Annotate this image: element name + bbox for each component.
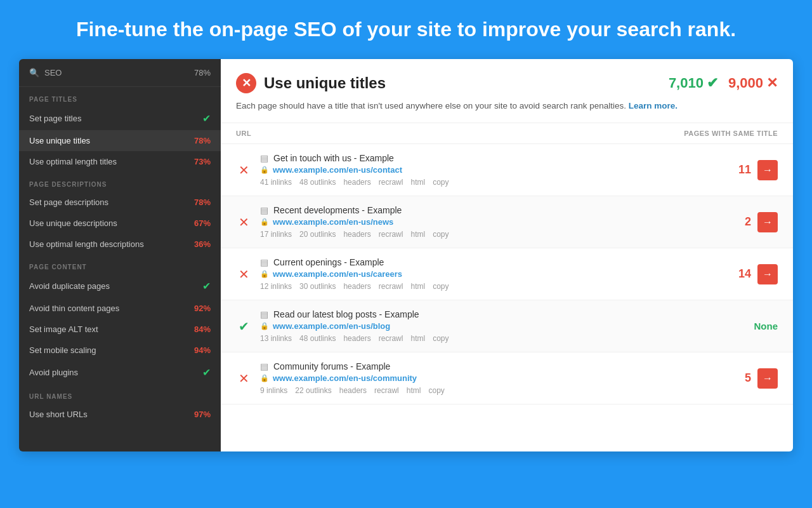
sidebar-item-avoid-thin-content[interactable]: Avoid thin content pages 92% <box>19 298 221 319</box>
sidebar-search-row: 🔍 SEO 78% <box>19 59 221 87</box>
row-status-fail-icon: ✕ <box>236 163 251 178</box>
row-arrow-button[interactable]: → <box>757 264 778 284</box>
sidebar-item-set-image-alt[interactable]: Set image ALT text 84% <box>19 319 221 340</box>
sidebar-item-use-short-urls[interactable]: Use short URLs 97% <box>19 404 221 425</box>
sidebar-item-avoid-plugins[interactable]: Avoid plugins ✔ <box>19 361 221 384</box>
hero-title: Fine-tune the on-page SEO of your site t… <box>13 18 799 41</box>
sidebar-item-set-page-titles[interactable]: Set page titles ✔ <box>19 107 221 130</box>
lock-icon: 🔒 <box>260 166 269 174</box>
row-url[interactable]: www.example.com/en-us/blog <box>273 321 390 331</box>
headers-link[interactable]: headers <box>339 386 367 395</box>
row-count: 2 <box>745 215 751 229</box>
page-title: Use unique titles <box>264 74 386 92</box>
copy-link[interactable]: copy <box>433 230 449 239</box>
section-label-page-titles: PAGE TITLES <box>19 87 221 107</box>
row-status-fail-icon: ✕ <box>236 267 251 282</box>
headers-link[interactable]: headers <box>343 334 370 343</box>
col-pages: PAGES WITH SAME TITLE <box>684 130 778 137</box>
sidebar-item-use-optimal-length-descriptions[interactable]: Use optimal length descriptions 36% <box>19 234 221 255</box>
page-description: Each page should have a title that isn't… <box>236 100 778 112</box>
recrawl-link[interactable]: recrawl <box>379 282 403 291</box>
html-link[interactable]: html <box>410 282 425 291</box>
score-pass: 7,010 ✔ <box>669 75 718 91</box>
sidebar-item-set-mobile-scaling[interactable]: Set mobile scaling 94% <box>19 340 221 361</box>
inlinks-link[interactable]: 41 inlinks <box>260 178 292 187</box>
row-count: 5 <box>745 371 751 385</box>
page-doc-icon: ▤ <box>260 153 268 163</box>
table-row: ✔ ▤ Read our latest blog posts - Example… <box>221 300 793 352</box>
recrawl-link[interactable]: recrawl <box>379 230 403 239</box>
row-right: None <box>727 321 778 331</box>
outlinks-link[interactable]: 20 outlinks <box>299 230 336 239</box>
outlinks-link[interactable]: 48 outlinks <box>299 178 336 187</box>
row-url[interactable]: www.example.com/en-us/news <box>273 217 393 227</box>
outlinks-link[interactable]: 48 outlinks <box>299 334 336 343</box>
table-row: ✕ ▤ Get in touch with us - Example 🔒 www… <box>221 144 793 196</box>
row-url-line: 🔒 www.example.com/en-us/careers <box>260 269 718 279</box>
html-link[interactable]: html <box>410 178 425 187</box>
sidebar-item-use-unique-titles[interactable]: Use unique titles 78% <box>19 130 221 151</box>
headers-link[interactable]: headers <box>343 230 370 239</box>
sidebar: 🔍 SEO 78% PAGE TITLES Set page titles ✔ … <box>19 59 221 451</box>
recrawl-link[interactable]: recrawl <box>379 178 403 187</box>
pass-icon-plugins: ✔ <box>202 366 211 378</box>
sidebar-search-label: SEO <box>44 68 62 77</box>
row-title-line: ▤ Read our latest blog posts - Example <box>260 309 718 319</box>
outlinks-link[interactable]: 30 outlinks <box>299 282 336 291</box>
row-right: 11 → <box>727 160 778 180</box>
headers-link[interactable]: headers <box>343 282 370 291</box>
section-label-page-descriptions: PAGE DESCRIPTIONS <box>19 172 221 192</box>
table-row: ✕ ▤ Community forums - Example 🔒 www.exa… <box>221 352 793 404</box>
title-status-icon: ✕ <box>236 73 256 93</box>
lock-icon: 🔒 <box>260 322 269 330</box>
row-arrow-button[interactable]: → <box>757 160 778 180</box>
score-fail: 9,000 ✕ <box>728 75 778 91</box>
copy-link[interactable]: copy <box>428 386 444 395</box>
row-content: ▤ Get in touch with us - Example 🔒 www.e… <box>260 153 718 187</box>
learn-more-link[interactable]: Learn more. <box>629 101 678 110</box>
row-meta: 13 inlinks 48 outlinks headers recrawl h… <box>260 334 718 343</box>
copy-link[interactable]: copy <box>433 334 449 343</box>
html-link[interactable]: html <box>407 386 421 395</box>
inlinks-link[interactable]: 12 inlinks <box>260 282 292 291</box>
table-row: ✕ ▤ Current openings - Example 🔒 www.exa… <box>221 248 793 300</box>
lock-icon: 🔒 <box>260 374 269 382</box>
inlinks-link[interactable]: 9 inlinks <box>260 386 287 395</box>
sidebar-item-avoid-duplicate-pages[interactable]: Avoid duplicate pages ✔ <box>19 274 221 298</box>
checkmark-icon: ✔ <box>707 75 718 91</box>
row-meta: 12 inlinks 30 outlinks headers recrawl h… <box>260 282 718 291</box>
row-arrow-button[interactable]: → <box>757 212 778 232</box>
copy-link[interactable]: copy <box>433 178 449 187</box>
sidebar-item-use-unique-descriptions[interactable]: Use unique descriptions 67% <box>19 213 221 234</box>
row-meta: 17 inlinks 20 outlinks headers recrawl h… <box>260 230 718 239</box>
row-right: 2 → <box>727 212 778 232</box>
sidebar-item-set-page-descriptions[interactable]: Set page descriptions 78% <box>19 192 221 213</box>
inlinks-link[interactable]: 17 inlinks <box>260 230 292 239</box>
pass-icon: ✔ <box>202 112 211 124</box>
html-link[interactable]: html <box>410 334 425 343</box>
html-link[interactable]: html <box>410 230 425 239</box>
copy-link[interactable]: copy <box>433 282 449 291</box>
row-status-fail-icon: ✕ <box>236 215 251 230</box>
sidebar-item-use-optimal-length-titles[interactable]: Use optimal length titles 73% <box>19 151 221 172</box>
row-arrow-button[interactable]: → <box>757 368 778 389</box>
row-meta: 9 inlinks 22 outlinks headers recrawl ht… <box>260 386 718 395</box>
inlinks-link[interactable]: 13 inlinks <box>260 334 292 343</box>
page-header: ✕ Use unique titles 7,010 ✔ 9,000 ✕ Each… <box>221 59 793 123</box>
row-count-none: None <box>754 321 778 331</box>
row-status-fail-icon: ✕ <box>236 371 251 386</box>
outlinks-link[interactable]: 22 outlinks <box>295 386 331 395</box>
recrawl-link[interactable]: recrawl <box>379 334 403 343</box>
page-doc-icon: ▤ <box>260 205 268 215</box>
row-url[interactable]: www.example.com/en-us/community <box>273 373 417 383</box>
row-url[interactable]: www.example.com/en-us/careers <box>273 269 402 279</box>
row-count: 14 <box>738 267 751 281</box>
recrawl-link[interactable]: recrawl <box>374 386 399 395</box>
page-doc-icon: ▤ <box>260 361 268 371</box>
pass-icon-duplicate: ✔ <box>202 280 211 292</box>
headers-link[interactable]: headers <box>343 178 370 187</box>
row-url[interactable]: www.example.com/en-us/contact <box>273 165 402 175</box>
row-right: 14 → <box>727 264 778 284</box>
page-title-scores: 7,010 ✔ 9,000 ✕ <box>669 75 778 91</box>
row-url-line: 🔒 www.example.com/en-us/contact <box>260 165 718 175</box>
